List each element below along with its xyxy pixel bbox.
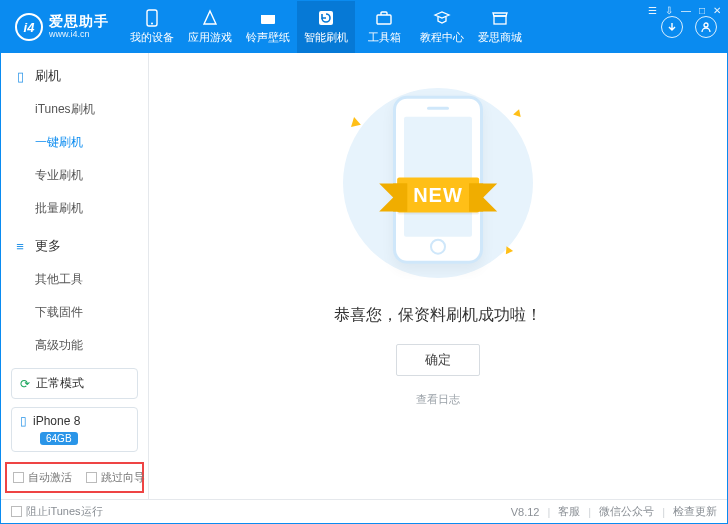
- main-panel: NEW 恭喜您，保资料刷机成功啦！ 确定 查看日志: [149, 53, 727, 499]
- tutorial-icon: [433, 9, 451, 27]
- flash-options-highlight: 自动激活 跳过向导: [5, 462, 144, 493]
- sidebar: ▯ 刷机 iTunes刷机 一键刷机 专业刷机 批量刷机 ≡ 更多 其他工具 下…: [1, 53, 149, 499]
- nav-ringtones[interactable]: 铃声壁纸: [239, 1, 297, 53]
- nav-tutorials[interactable]: 教程中心: [413, 1, 471, 53]
- close-icon[interactable]: ✕: [713, 5, 721, 16]
- wallpaper-icon: [259, 9, 277, 27]
- checkbox-icon: [86, 472, 97, 483]
- checkbox-auto-activate[interactable]: 自动激活: [13, 470, 72, 485]
- sidebar-item-download-firmware[interactable]: 下载固件: [1, 296, 148, 329]
- sidebar-group-title: 刷机: [35, 67, 61, 85]
- footer-link-update[interactable]: 检查更新: [673, 504, 717, 519]
- brand-url: www.i4.cn: [49, 30, 109, 40]
- footer-link-support[interactable]: 客服: [558, 504, 580, 519]
- nav-store[interactable]: 爱思商城: [471, 1, 529, 53]
- nav-label: 铃声壁纸: [246, 30, 290, 45]
- sidebar-item-oneclick-flash[interactable]: 一键刷机: [1, 126, 148, 159]
- logo-badge: i4: [15, 13, 43, 41]
- device-icon: ▯: [20, 414, 27, 428]
- flash-icon: [317, 9, 335, 27]
- sidebar-item-other-tools[interactable]: 其他工具: [1, 263, 148, 296]
- sidebar-item-pro-flash[interactable]: 专业刷机: [1, 159, 148, 192]
- sidebar-group-title: 更多: [35, 237, 61, 255]
- checkbox-label: 跳过向导: [101, 470, 145, 485]
- apps-icon: [201, 9, 219, 27]
- checkbox-icon: [11, 506, 22, 517]
- mode-box[interactable]: ⟳ 正常模式: [11, 368, 138, 399]
- device-name: iPhone 8: [33, 414, 80, 428]
- device-box[interactable]: ▯ iPhone 8 64GB: [11, 407, 138, 452]
- nav-label: 工具箱: [368, 30, 401, 45]
- storage-badge: 64GB: [40, 432, 78, 445]
- checkbox-label: 阻止iTunes运行: [26, 504, 103, 519]
- brand-logo: i4 爱思助手 www.i4.cn: [15, 13, 109, 41]
- ok-button[interactable]: 确定: [396, 344, 480, 376]
- store-icon: [491, 9, 509, 27]
- nav-label: 教程中心: [420, 30, 464, 45]
- window-controls: ☰ ⇩ — □ ✕: [648, 5, 721, 16]
- download-button[interactable]: [661, 16, 683, 38]
- footer-link-wechat[interactable]: 微信公众号: [599, 504, 654, 519]
- body: ▯ 刷机 iTunes刷机 一键刷机 专业刷机 批量刷机 ≡ 更多 其他工具 下…: [1, 53, 727, 499]
- sidebar-item-batch-flash[interactable]: 批量刷机: [1, 192, 148, 225]
- version-label: V8.12: [511, 506, 540, 518]
- maximize-icon[interactable]: □: [699, 5, 705, 16]
- app-window: i4 爱思助手 www.i4.cn 我的设备 应用游戏 铃声壁纸 智能刷机: [0, 0, 728, 524]
- nav-apps[interactable]: 应用游戏: [181, 1, 239, 53]
- device-icon: [143, 9, 161, 27]
- nav-label: 爱思商城: [478, 30, 522, 45]
- nav-label: 我的设备: [130, 30, 174, 45]
- brand-name: 爱思助手: [49, 14, 109, 29]
- success-message: 恭喜您，保资料刷机成功啦！: [334, 305, 542, 326]
- mode-label: 正常模式: [36, 375, 84, 392]
- view-log-link[interactable]: 查看日志: [416, 392, 460, 407]
- brand-text: 爱思助手 www.i4.cn: [49, 14, 109, 39]
- ribbon-text: NEW: [397, 178, 479, 213]
- success-illustration: NEW: [328, 83, 548, 283]
- nav-my-device[interactable]: 我的设备: [123, 1, 181, 53]
- status-bar: 阻止iTunes运行 V8.12 | 客服 | 微信公众号 | 检查更新: [1, 499, 727, 523]
- nav-label: 智能刷机: [304, 30, 348, 45]
- menu-icon[interactable]: ☰: [648, 5, 657, 16]
- more-icon: ≡: [13, 239, 27, 254]
- nav-flash[interactable]: 智能刷机: [297, 1, 355, 53]
- checkbox-icon: [13, 472, 24, 483]
- toolbox-icon: [375, 9, 393, 27]
- main-nav: 我的设备 应用游戏 铃声壁纸 智能刷机 工具箱 教程中心: [123, 1, 529, 53]
- header-right: [661, 16, 717, 38]
- sidebar-item-itunes-flash[interactable]: iTunes刷机: [1, 93, 148, 126]
- title-bar: i4 爱思助手 www.i4.cn 我的设备 应用游戏 铃声壁纸 智能刷机: [1, 1, 727, 53]
- svg-point-7: [704, 23, 708, 27]
- sidebar-group-flash[interactable]: ▯ 刷机: [1, 61, 148, 91]
- svg-rect-6: [494, 16, 506, 24]
- phone-icon: ▯: [13, 69, 27, 84]
- nav-label: 应用游戏: [188, 30, 232, 45]
- checkbox-block-itunes[interactable]: 阻止iTunes运行: [11, 504, 103, 519]
- new-ribbon: NEW: [397, 178, 479, 213]
- svg-rect-5: [377, 15, 391, 24]
- user-button[interactable]: [695, 16, 717, 38]
- lock-icon[interactable]: ⇩: [665, 5, 673, 16]
- svg-point-1: [151, 23, 153, 25]
- checkbox-label: 自动激活: [28, 470, 72, 485]
- svg-rect-3: [261, 12, 275, 15]
- minimize-icon[interactable]: —: [681, 5, 691, 16]
- sidebar-item-advanced[interactable]: 高级功能: [1, 329, 148, 358]
- checkbox-skip-guide[interactable]: 跳过向导: [86, 470, 145, 485]
- refresh-icon: ⟳: [20, 377, 30, 391]
- sidebar-group-more[interactable]: ≡ 更多: [1, 231, 148, 261]
- nav-toolbox[interactable]: 工具箱: [355, 1, 413, 53]
